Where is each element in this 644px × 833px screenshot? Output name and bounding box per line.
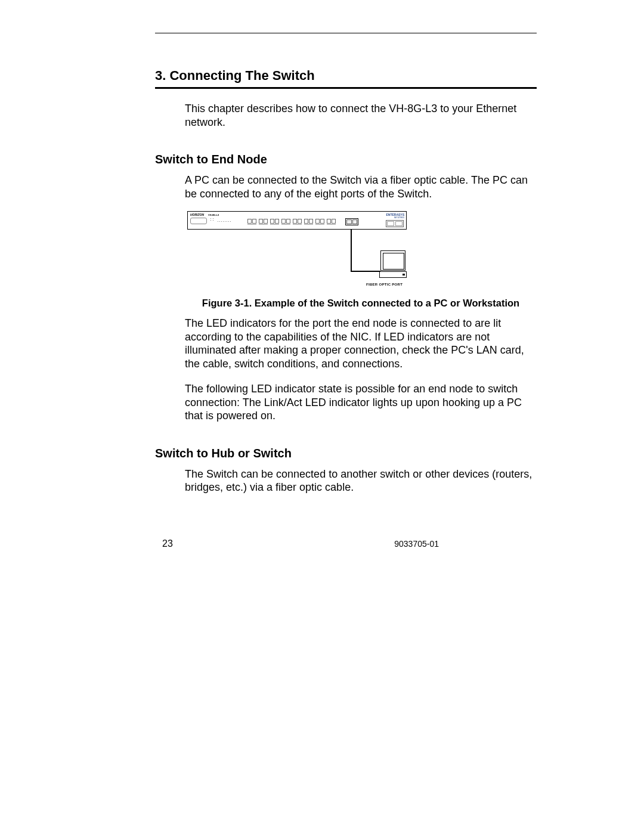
chapter-intro-text: This chapter describes how to connect th…: [185, 102, 537, 129]
page-number: 23: [162, 538, 173, 549]
section-heading-hub-or-switch: Switch to Hub or Switch: [155, 447, 537, 460]
fiber-cable-vertical: [351, 230, 352, 271]
page-footer: 23 9033705-01: [162, 538, 439, 549]
chapter-title: 3. Connecting The Switch: [155, 68, 537, 83]
power-module-icon: [386, 220, 404, 227]
switch-device-icon: HORIZON VH-8G-L3: [187, 211, 407, 230]
figure-3-1-caption: Figure 3-1. Example of the Switch connec…: [185, 297, 537, 309]
document-number: 9033705-01: [394, 539, 439, 549]
workstation-icon: [379, 250, 407, 278]
section1-para2: The LED indicators for the port the end …: [185, 317, 537, 370]
console-port-icon: [190, 218, 207, 224]
chapter-rule: [155, 87, 537, 89]
section2-para1: The Switch can be connected to another s…: [185, 467, 537, 494]
led-indicator-group: [210, 218, 239, 224]
section-heading-end-node: Switch to End Node: [155, 153, 537, 166]
header-rule: [155, 33, 537, 33]
switch-diagram: HORIZON VH-8G-L3: [187, 211, 407, 289]
pc-tower-icon: [379, 271, 407, 278]
fiber-cable-horizontal: [351, 271, 380, 272]
figure-3-1: HORIZON VH-8G-L3: [185, 211, 537, 289]
document-page: 3. Connecting The Switch This chapter de…: [0, 0, 644, 833]
section1-para3: The following LED indicator state is pos…: [185, 382, 537, 423]
section1-para1: A PC can be connected to the Switch via …: [185, 174, 537, 200]
monitor-icon: [380, 250, 405, 271]
gbic-slot-icon: [345, 218, 358, 225]
chapter-header: 3. Connecting The Switch: [155, 68, 537, 89]
switch-brand-right-sub-label: NETWORKS: [394, 216, 404, 219]
fiber-port-label: FIBER OPTIC PORT: [366, 283, 402, 286]
fiber-ports-group: [247, 219, 336, 224]
switch-model-label: VH-8G-L3: [208, 213, 219, 216]
switch-brand-left-label: HORIZON: [190, 213, 204, 216]
